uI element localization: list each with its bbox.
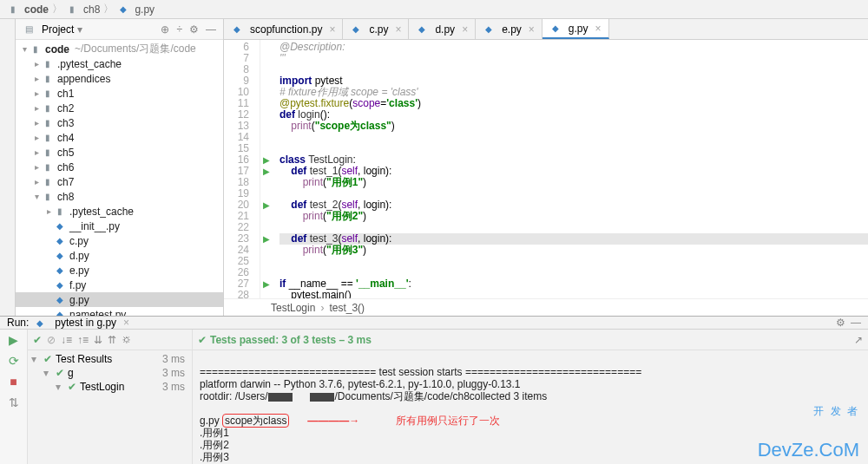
tree-arrow-icon[interactable]: ▾ — [43, 367, 52, 379]
project-title[interactable]: Project — [42, 23, 74, 36]
code-area[interactable]: 6789101112131415161718192021222324252627… — [224, 40, 868, 298]
test-name: TestLogin — [80, 381, 124, 393]
close-icon[interactable]: × — [329, 23, 335, 36]
sort-icon[interactable]: ↓≡ — [61, 334, 72, 346]
tree-row[interactable]: ◆e.py — [16, 263, 223, 278]
project-sidebar: ▤ Project ▾ ⊕ ÷ ⚙ — ▾▮code~/Documents/习题… — [16, 19, 224, 316]
run-panel-header: Run: ◆ pytest in g.py × ⚙ — — [0, 317, 868, 330]
breadcrumb-root[interactable]: ▮code — [7, 3, 49, 16]
breadcrumb-file[interactable]: ◆g.py — [117, 3, 155, 16]
tree-arrow-icon[interactable]: ▸ — [31, 177, 42, 186]
tree-arrow-icon[interactable]: ▸ — [31, 88, 42, 98]
tree-row[interactable]: ▸▮ch3 — [16, 115, 223, 130]
tree-arrow-icon[interactable]: ▸ — [31, 118, 42, 127]
test-status: ✔ Tests passed: 3 of 3 tests – 3 ms — [198, 334, 372, 346]
hide-panel-icon[interactable]: — — [851, 317, 861, 329]
tree-arrow-icon[interactable]: ▸ — [31, 59, 42, 69]
editor-tab[interactable]: ◆scopfunction.py× — [224, 19, 343, 39]
project-toolwindow-header: ▤ Project ▾ ⊕ ÷ ⚙ — — [16, 19, 223, 40]
tree-label: g.py — [69, 294, 89, 306]
tree-arrow-icon[interactable]: ▸ — [31, 133, 42, 142]
dropdown-icon[interactable]: ▾ — [77, 23, 82, 36]
editor-tab[interactable]: ◆g.py× — [542, 19, 609, 39]
tree-row[interactable]: ▸▮.pytest_cache — [16, 56, 223, 71]
test-tree-row[interactable]: ▾✔Test Results3 ms — [31, 352, 188, 366]
tree-label: ch2 — [57, 102, 74, 114]
close-icon[interactable]: × — [395, 23, 401, 36]
expand-all-icon[interactable]: ⇈ — [108, 334, 116, 346]
run-config-name[interactable]: pytest in g.py — [55, 317, 116, 329]
console-output[interactable]: ============================= test sessi… — [193, 350, 868, 464]
divide-icon[interactable]: ÷ — [176, 23, 182, 36]
left-tool-rail[interactable] — [0, 19, 16, 316]
project-tree[interactable]: ▾▮code~/Documents/习题集/code▸▮.pytest_cach… — [16, 40, 223, 316]
settings-icon[interactable]: ⇅ — [9, 395, 19, 409]
editor-breadcrumb[interactable]: TestLogin›test_3() — [224, 298, 868, 316]
tree-row[interactable]: ▸▮.pytest_cache — [16, 204, 223, 219]
editor-tab[interactable]: ◆c.py× — [343, 19, 409, 39]
code-content[interactable]: @Description:''' import pytest# fixture作… — [273, 40, 868, 298]
close-icon[interactable]: × — [462, 23, 468, 36]
tree-arrow-icon[interactable]: ▾ — [56, 381, 64, 393]
watermark: 开 发 者 DevZe.CoM — [733, 373, 859, 464]
options-icon[interactable]: ⛭ — [122, 334, 132, 346]
tree-row[interactable]: ◆d.py — [16, 248, 223, 263]
tree-row[interactable]: ▸▮appendices — [16, 71, 223, 86]
hide-icon[interactable]: — — [206, 23, 216, 36]
close-icon[interactable]: × — [595, 23, 602, 35]
tree-row[interactable]: ▸▮ch5 — [16, 145, 223, 160]
tree-arrow-icon[interactable]: ▾ — [31, 353, 40, 365]
folder-icon: ▮ — [7, 3, 19, 16]
tab-label: g.py — [569, 23, 589, 35]
tree-row[interactable]: ▾▮ch8 — [16, 189, 223, 204]
tree-arrow-icon[interactable]: ▸ — [31, 74, 42, 83]
python-file-icon: ◆ — [54, 294, 66, 306]
tree-arrow-icon[interactable]: ▾ — [31, 192, 42, 201]
tree-row[interactable]: ◆f.py — [16, 278, 223, 292]
gear-icon[interactable]: ⚙ — [189, 23, 199, 36]
tree-row[interactable]: ▸▮ch2 — [16, 101, 223, 115]
test-tree-row[interactable]: ▾✔g3 ms — [31, 366, 188, 380]
gutter-marks[interactable]: ▶▶▶▶▶ — [260, 40, 273, 298]
show-ignored-icon[interactable]: ⊘ — [47, 334, 56, 346]
breadcrumb: ▮code 〉 ▮ch8 〉 ◆g.py — [0, 0, 868, 19]
editor-tab[interactable]: ◆e.py× — [476, 19, 542, 39]
test-name: Test Results — [56, 353, 112, 365]
editor-tab[interactable]: ◆d.py× — [409, 19, 476, 39]
stop-icon[interactable]: ■ — [10, 375, 16, 389]
tree-row[interactable]: ▾▮code~/Documents/习题集/code — [16, 42, 223, 56]
collapse-icon[interactable]: ⊕ — [161, 23, 169, 36]
gear-icon[interactable]: ⚙ — [836, 317, 845, 329]
rerun-icon[interactable]: ▶ — [9, 333, 18, 347]
tree-row[interactable]: ▸▮ch4 — [16, 130, 223, 145]
test-tree-row[interactable]: ▾✔TestLogin3 ms — [31, 380, 188, 394]
expand-icon[interactable]: ↑≡ — [77, 334, 89, 346]
annotation-note: 所有用例只运行了一次 — [396, 415, 500, 427]
redacted — [268, 393, 293, 402]
export-icon[interactable]: ↗ — [854, 334, 863, 346]
rerun-failed-icon[interactable]: ⟳ — [9, 354, 19, 368]
tree-row[interactable]: ◆g.py — [16, 292, 223, 307]
tree-row[interactable]: ▸▮ch7 — [16, 174, 223, 189]
tree-arrow-icon[interactable]: ▸ — [31, 103, 42, 113]
tree-arrow-icon[interactable]: ▾ — [19, 44, 30, 54]
tree-arrow-icon[interactable]: ▸ — [43, 206, 54, 216]
tree-label: ch4 — [57, 132, 74, 144]
show-passed-icon[interactable]: ✔ — [33, 334, 42, 346]
tree-arrow-icon[interactable]: ▸ — [31, 162, 42, 172]
tree-row[interactable]: ◆c.py — [16, 233, 223, 248]
breadcrumb-folder[interactable]: ▮ch8 — [66, 3, 100, 16]
tree-row[interactable]: ◆__init__.py — [16, 219, 223, 233]
close-icon[interactable]: × — [529, 23, 535, 36]
close-icon[interactable]: × — [123, 317, 129, 329]
python-file-icon: ◆ — [54, 220, 66, 232]
tree-row[interactable]: ◆nametest.py — [16, 307, 223, 316]
chevron-right-icon: 〉 — [103, 2, 114, 16]
tree-arrow-icon[interactable]: ▸ — [31, 147, 42, 157]
tree-label: ch8 — [57, 191, 74, 203]
tree-hint: ~/Documents/习题集/code — [75, 42, 196, 56]
tree-row[interactable]: ▸▮ch1 — [16, 86, 223, 101]
collapse-icon[interactable]: ⇊ — [94, 334, 102, 346]
folder-icon: ▮ — [42, 161, 54, 173]
tree-row[interactable]: ▸▮ch6 — [16, 160, 223, 174]
